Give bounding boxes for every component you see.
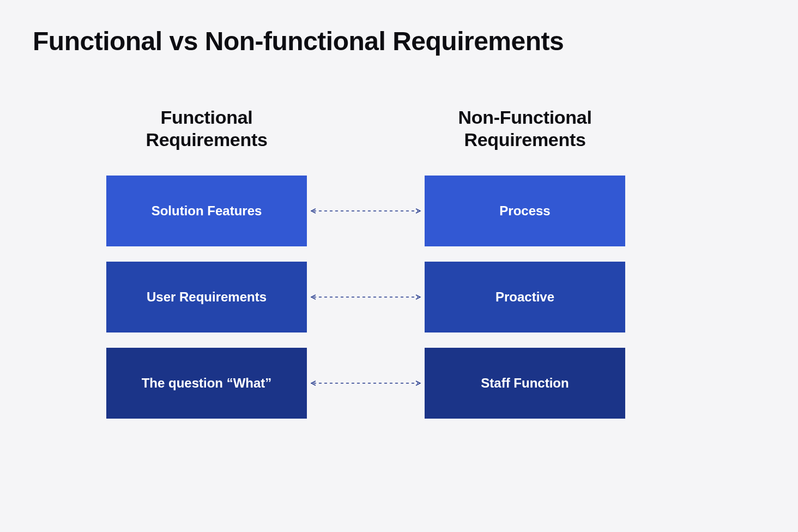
right-column-header: Non-Functional Requirements xyxy=(425,106,625,152)
right-box-1: Process xyxy=(425,176,625,246)
left-box-1: Solution Features xyxy=(106,176,307,246)
requirements-diagram: Functional Requirements Non-Functional R… xyxy=(106,106,625,434)
left-box-3: The question “What” xyxy=(106,348,307,419)
left-column-header: Functional Requirements xyxy=(106,106,307,152)
connector-arrow-icon xyxy=(310,380,421,386)
column-headers: Functional Requirements Non-Functional R… xyxy=(106,106,625,152)
diagram-row: Solution Features Process xyxy=(106,176,625,246)
page-title: Functional vs Non-functional Requirement… xyxy=(33,26,564,56)
diagram-row: The question “What” Staff Function xyxy=(106,348,625,419)
connector-arrow-icon xyxy=(310,208,421,214)
right-box-3: Staff Function xyxy=(425,348,625,419)
diagram-row: User Requirements Proactive xyxy=(106,262,625,332)
right-box-2: Proactive xyxy=(425,262,625,332)
connector-arrow-icon xyxy=(310,294,421,300)
left-box-2: User Requirements xyxy=(106,262,307,332)
